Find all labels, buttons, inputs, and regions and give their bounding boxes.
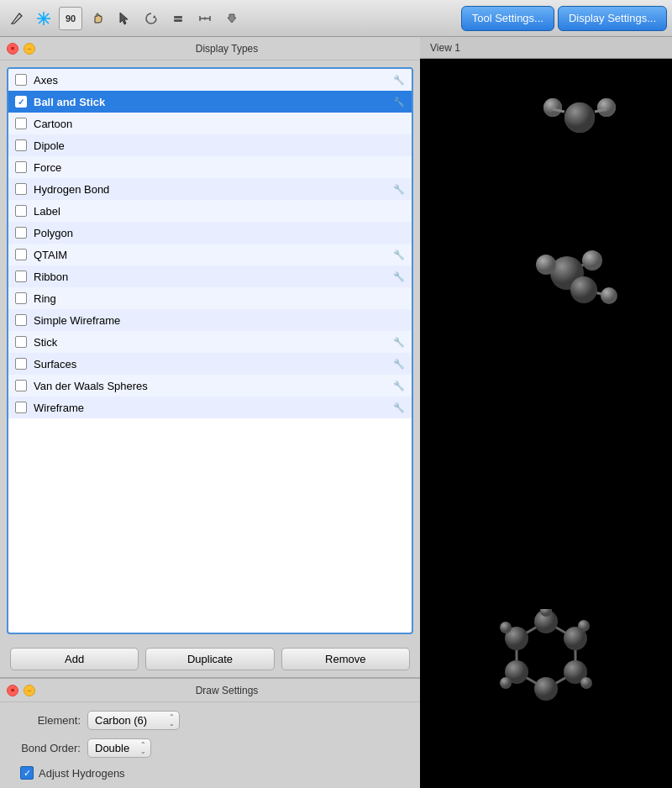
element-select[interactable]: Carbon (6) Hydrogen (1) Nitrogen (7) Oxy… — [87, 711, 180, 730]
add-button[interactable]: Add — [10, 648, 139, 670]
svg-point-23 — [536, 255, 556, 275]
display-type-item[interactable]: Ribbon🔧 — [8, 265, 412, 287]
display-type-item[interactable]: Dipole — [8, 134, 412, 156]
wrench-icon[interactable]: 🔧 — [393, 250, 405, 260]
draw-settings-minimize-button[interactable]: – — [24, 685, 35, 696]
display-type-checkbox[interactable] — [15, 358, 27, 370]
element-select-wrapper: Carbon (6) Hydrogen (1) Nitrogen (7) Oxy… — [87, 711, 180, 730]
display-type-item[interactable]: Polygon — [8, 222, 412, 244]
display-type-label: Force — [34, 161, 405, 174]
display-type-item[interactable]: Ring — [8, 287, 412, 309]
display-type-item[interactable]: Cartoon — [8, 113, 412, 134]
display-type-item[interactable]: QTAIM🔧 — [8, 244, 412, 265]
display-settings-button[interactable]: Display Settings... — [558, 6, 667, 31]
display-type-checkbox[interactable] — [15, 227, 27, 239]
display-type-checkbox[interactable] — [15, 161, 27, 173]
svg-point-11 — [564, 102, 595, 133]
display-type-checkbox[interactable] — [15, 118, 27, 129]
display-type-label: Wireframe — [34, 402, 393, 414]
tool-settings-button[interactable]: Tool Settings... — [461, 6, 554, 31]
display-types-header: × – Display Types — [0, 37, 420, 60]
svg-point-13 — [543, 98, 562, 117]
svg-point-42 — [500, 677, 512, 689]
display-type-checkbox[interactable] — [15, 74, 27, 86]
display-type-checkbox[interactable] — [15, 205, 27, 217]
display-type-checkbox[interactable] — [15, 271, 27, 282]
wrench-icon[interactable]: 🔧 — [393, 381, 405, 391]
display-type-checkbox[interactable] — [15, 336, 27, 348]
display-type-checkbox[interactable] — [15, 402, 27, 413]
display-type-item[interactable]: Stick🔧 — [8, 331, 412, 353]
svg-point-36 — [534, 677, 558, 701]
display-types-actions: Add Duplicate Remove — [0, 641, 420, 677]
display-type-item[interactable]: Van der Waals Spheres🔧 — [8, 375, 412, 397]
display-type-item[interactable]: Surfaces🔧 — [8, 353, 412, 375]
display-type-label: Van der Waals Spheres — [34, 380, 393, 392]
molecule-1 — [538, 84, 622, 154]
wrench-icon[interactable]: 🔧 — [393, 75, 405, 86]
remove-button[interactable]: Remove — [281, 648, 410, 670]
display-type-checkbox[interactable] — [15, 292, 27, 304]
display-type-checkbox[interactable] — [15, 249, 27, 260]
draw-settings-body: Element: Carbon (6) Hydrogen (1) Nitroge… — [0, 702, 420, 788]
display-type-label: Dipole — [34, 139, 405, 152]
display-type-label: Hydrogen Bond — [34, 183, 393, 196]
extra-tool-icon[interactable] — [220, 7, 244, 30]
display-type-label: Ribbon — [34, 271, 393, 283]
display-types-section: × – Display Types Axes🔧✓Ball and Stick🔧C… — [0, 37, 420, 677]
display-type-item[interactable]: Force — [8, 156, 412, 178]
display-types-title: Display Types — [40, 43, 413, 55]
adjust-hydrogens-checkbox[interactable]: ✓ — [20, 766, 34, 780]
star-tool-icon[interactable] — [32, 7, 55, 30]
duplicate-button[interactable]: Duplicate — [145, 648, 274, 670]
pen-tool-icon[interactable] — [5, 7, 29, 30]
display-types-list-wrapper: Axes🔧✓Ball and Stick🔧CartoonDipoleForceH… — [0, 60, 420, 641]
draw-settings-close-button[interactable]: × — [7, 685, 18, 696]
rotate-tool-icon[interactable] — [139, 7, 163, 30]
viewport-canvas[interactable] — [420, 59, 672, 788]
svg-point-43 — [500, 622, 512, 633]
wrench-icon[interactable]: 🔧 — [393, 271, 405, 282]
display-type-item[interactable]: Label — [8, 200, 412, 222]
display-type-checkbox[interactable] — [15, 380, 27, 391]
display-type-item[interactable]: Simple Wireframe — [8, 309, 412, 331]
display-type-item[interactable]: ✓Ball and Stick🔧 — [8, 91, 412, 113]
display-type-checkbox[interactable] — [15, 139, 27, 151]
right-panel: View 1 — [420, 37, 672, 788]
measure-tool-icon[interactable] — [193, 7, 217, 30]
wrench-icon[interactable]: 🔧 — [393, 402, 405, 413]
display-type-label: Label — [34, 205, 405, 218]
svg-rect-5 — [174, 19, 182, 22]
display-type-checkbox[interactable] — [15, 183, 27, 195]
display-type-label: Cartoon — [34, 118, 405, 130]
display-type-label: Simple Wireframe — [34, 314, 405, 327]
select-tool-icon[interactable] — [113, 7, 136, 30]
bond-order-select[interactable]: Single Double Triple — [87, 738, 151, 758]
toolbar: 90 — [0, 0, 672, 37]
angle-tool-icon[interactable]: 90 — [59, 7, 82, 30]
svg-point-15 — [597, 98, 616, 117]
left-panel: × – Display Types Axes🔧✓Ball and Stick🔧C… — [0, 37, 420, 788]
hand-tool-icon[interactable] — [86, 7, 109, 30]
display-type-label: Ring — [34, 292, 405, 305]
wrench-icon[interactable]: 🔧 — [393, 337, 405, 348]
wrench-icon[interactable]: 🔧 — [393, 184, 405, 195]
display-types-minimize-button[interactable]: – — [24, 43, 35, 55]
wrench-icon[interactable]: 🔧 — [393, 97, 405, 108]
display-type-checkbox[interactable] — [15, 314, 27, 326]
display-type-checkbox[interactable]: ✓ — [15, 96, 27, 108]
display-type-item[interactable]: Wireframe🔧 — [8, 397, 412, 418]
element-row: Element: Carbon (6) Hydrogen (1) Nitroge… — [13, 711, 407, 730]
display-types-list[interactable]: Axes🔧✓Ball and Stick🔧CartoonDipoleForceH… — [7, 67, 413, 634]
svg-rect-4 — [174, 16, 182, 18]
draw-settings-section: × – Draw Settings Element: Carbon (6) Hy… — [0, 679, 420, 788]
svg-point-41 — [580, 677, 592, 689]
display-types-close-button[interactable]: × — [7, 43, 18, 55]
bond-tool-icon[interactable] — [166, 7, 190, 30]
display-type-item[interactable]: Hydrogen Bond🔧 — [8, 178, 412, 200]
display-type-label: Stick — [34, 336, 393, 349]
molecule-3 — [487, 609, 605, 721]
wrench-icon[interactable]: 🔧 — [393, 359, 405, 370]
display-type-item[interactable]: Axes🔧 — [8, 69, 412, 91]
viewport-header: View 1 — [420, 37, 672, 59]
